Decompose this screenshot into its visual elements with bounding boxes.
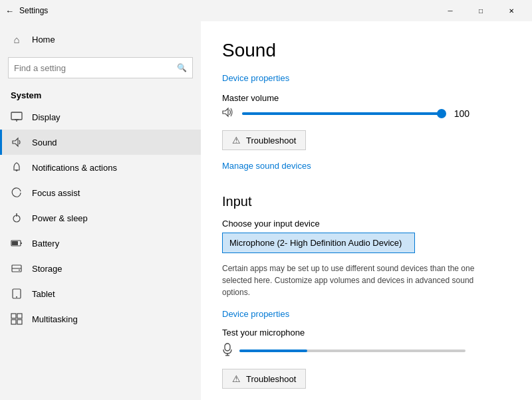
sidebar-item-battery[interactable]: Battery [0, 231, 201, 256]
window-title: Settings [19, 6, 48, 15]
svg-rect-21 [225, 344, 230, 351]
svg-marker-20 [223, 108, 228, 116]
troubleshoot-label: Troubleshoot [246, 136, 296, 146]
input-device-select[interactable]: Microphone (2- High Definition Audio Dev… [222, 233, 415, 253]
svg-rect-16 [11, 314, 16, 318]
search-icon: 🔍 [177, 63, 187, 72]
sound-icon [11, 136, 23, 148]
back-icon: ← [5, 6, 14, 16]
titlebar: ← Settings ─ □ ✕ [0, 0, 532, 21]
content-area: Sound Device properties Master volume 10… [201, 21, 532, 400]
troubleshoot-button[interactable]: ⚠ Troubleshoot [222, 130, 306, 150]
volume-slider-fill [242, 112, 442, 115]
svg-rect-19 [17, 320, 22, 324]
sidebar-item-focus-label: Focus assist [32, 188, 80, 198]
volume-value: 100 [448, 108, 469, 119]
tablet-icon [11, 288, 23, 300]
troubleshoot-button-2[interactable]: ⚠ Troubleshoot [222, 369, 306, 389]
sidebar-item-power[interactable]: Power & sleep [0, 205, 201, 231]
device-properties-link[interactable]: Device properties [222, 73, 289, 83]
warning-icon-2: ⚠ [232, 373, 241, 384]
sidebar-item-storage-label: Storage [32, 264, 63, 274]
focus-icon [11, 187, 23, 199]
mic-slider-row [222, 343, 511, 358]
svg-rect-18 [11, 320, 16, 324]
minimize-button[interactable]: ─ [435, 0, 466, 21]
mic-level-fill [239, 350, 307, 352]
sidebar-item-sound-label: Sound [32, 138, 57, 148]
mic-level-slider[interactable] [239, 350, 466, 352]
volume-slider[interactable] [242, 112, 442, 115]
info-text: Certain apps may be set up to use differ… [222, 262, 501, 298]
mic-icon [222, 343, 233, 358]
sidebar-item-battery-label: Battery [32, 239, 59, 249]
battery-icon [11, 237, 23, 249]
volume-slider-thumb [437, 109, 446, 118]
search-box: 🔍 [8, 57, 193, 78]
storage-icon [11, 262, 23, 274]
sidebar-item-tablet-label: Tablet [32, 289, 55, 299]
sidebar-item-storage[interactable]: Storage [0, 256, 201, 281]
svg-rect-17 [17, 314, 22, 318]
volume-icon [222, 107, 235, 120]
sidebar-item-tablet[interactable]: Tablet [0, 281, 201, 306]
test-mic-label: Test your microphone [222, 328, 511, 338]
app-body: ⌂ Home 🔍 System Display Sound Noti [0, 21, 532, 400]
sidebar-item-power-label: Power & sleep [32, 213, 88, 223]
sidebar-item-notifications-label: Notifications & actions [32, 163, 117, 173]
warning-icon: ⚠ [232, 135, 241, 146]
sidebar-section-system: System [0, 84, 201, 104]
maximize-button[interactable]: □ [466, 0, 496, 21]
sidebar-item-sound[interactable]: Sound [0, 130, 201, 155]
troubleshoot-label-2: Troubleshoot [246, 374, 296, 384]
svg-point-15 [16, 296, 17, 298]
display-icon [11, 111, 23, 123]
section-divider [222, 181, 511, 194]
sidebar-item-notifications[interactable]: Notifications & actions [0, 155, 201, 180]
svg-point-13 [19, 270, 20, 271]
sidebar-item-home-label: Home [32, 35, 55, 45]
sidebar: ⌂ Home 🔍 System Display Sound Noti [0, 21, 201, 400]
svg-rect-10 [12, 241, 18, 245]
power-icon [11, 212, 23, 224]
sidebar-item-focus[interactable]: Focus assist [0, 180, 201, 205]
device-properties-link2[interactable]: Device properties [222, 309, 289, 319]
page-title: Sound [222, 40, 511, 61]
svg-marker-3 [13, 138, 18, 146]
sidebar-item-multitasking[interactable]: Multitasking [0, 306, 201, 332]
search-input[interactable] [14, 63, 173, 73]
window-controls: ─ □ ✕ [435, 0, 527, 21]
svg-rect-9 [21, 243, 22, 244]
manage-sound-devices-link[interactable]: Manage sound devices [222, 161, 311, 171]
home-icon: ⌂ [11, 33, 23, 45]
input-section-title: Input [222, 194, 511, 209]
sidebar-item-home[interactable]: ⌂ Home [0, 27, 201, 52]
master-volume-label: Master volume [222, 93, 511, 103]
notifications-icon [11, 161, 23, 173]
sidebar-item-multitasking-label: Multitasking [32, 314, 78, 324]
volume-row: 100 [222, 107, 511, 120]
multitasking-icon [11, 313, 23, 325]
svg-rect-0 [11, 112, 22, 120]
sidebar-item-display-label: Display [32, 112, 61, 122]
input-device-label: Choose your input device [222, 219, 511, 229]
sidebar-item-display[interactable]: Display [0, 104, 201, 130]
close-button[interactable]: ✕ [496, 0, 527, 21]
